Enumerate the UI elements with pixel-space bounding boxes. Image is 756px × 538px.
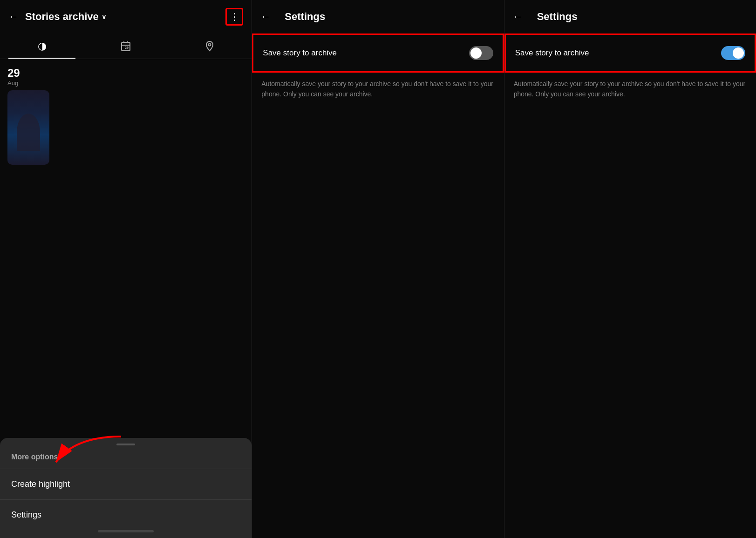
date-label: 29 Aug	[7, 67, 244, 87]
archive-title: Stories archive ∨	[25, 11, 225, 23]
settings-item[interactable]: Settings	[0, 499, 252, 530]
stories-archive-panel: ← Stories archive ∨ ⋮ ◑ 29 29	[0, 0, 252, 538]
tab-calendar[interactable]: 29	[84, 34, 168, 59]
settings-header-off: ← Settings	[252, 0, 504, 34]
chevron-down-icon[interactable]: ∨	[102, 13, 106, 20]
settings-arrow	[47, 432, 130, 469]
save-story-row-off: Save story to archive	[252, 34, 504, 73]
home-indicator	[98, 530, 154, 532]
settings-panel-on: ← Settings Save story to archive Automat…	[504, 0, 756, 538]
settings-title-on: Settings	[537, 11, 578, 23]
month-label: Aug	[7, 80, 244, 87]
archive-header: ← Stories archive ∨ ⋮	[0, 0, 252, 34]
save-story-toggle-off[interactable]	[469, 46, 493, 60]
settings-header-on: ← Settings	[504, 0, 756, 34]
tab-bar: ◑ 29	[0, 34, 252, 59]
save-story-desc-off: Automatically save your story to your ar…	[252, 73, 504, 108]
archive-title-text: Stories archive	[25, 11, 99, 23]
settings-title-off: Settings	[285, 11, 325, 23]
svg-point-5	[209, 44, 211, 46]
save-story-desc-on: Automatically save your story to your ar…	[504, 73, 756, 108]
save-story-label-on: Save story to archive	[515, 48, 721, 58]
tab-stories[interactable]: ◑	[0, 34, 84, 59]
save-story-row-on: Save story to archive	[504, 34, 756, 73]
svg-text:29: 29	[125, 46, 129, 49]
story-thumbnail[interactable]	[7, 90, 49, 165]
archive-content: 29 Aug Only you can see your memories an…	[0, 59, 252, 538]
save-story-label-off: Save story to archive	[263, 48, 469, 58]
day-number: 29	[7, 67, 244, 80]
save-story-toggle-on[interactable]	[721, 46, 745, 60]
back-button[interactable]: ←	[8, 11, 19, 23]
more-options-button[interactable]: ⋮	[225, 8, 243, 26]
settings-back-button-off[interactable]: ←	[260, 11, 271, 23]
settings-panel-off: ← Settings Save story to archive Automat…	[252, 0, 504, 538]
settings-back-button-on[interactable]: ←	[513, 11, 523, 23]
create-highlight-item[interactable]: Create highlight	[0, 469, 252, 499]
tab-location[interactable]	[168, 34, 252, 59]
